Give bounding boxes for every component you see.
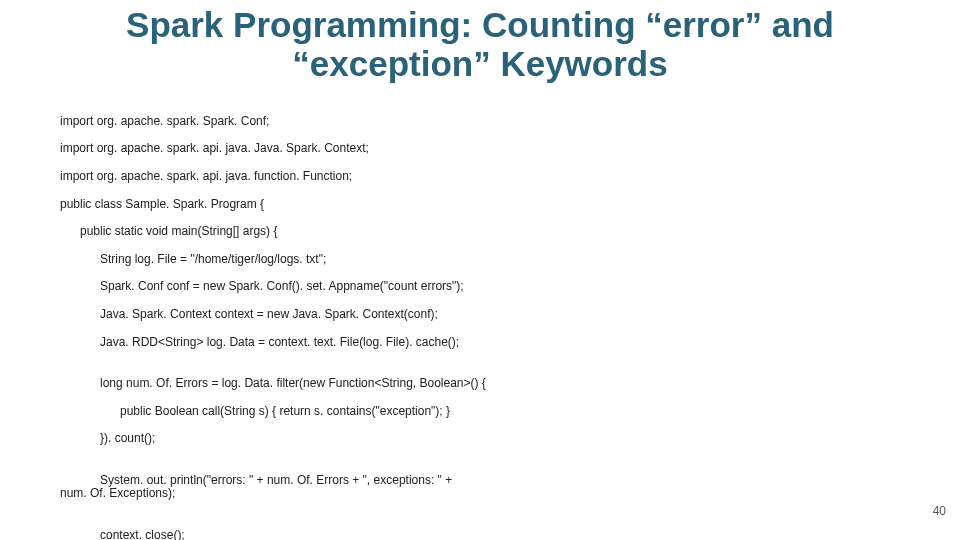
code-line: Java. RDD<String> log. Data = context. t… <box>60 335 459 349</box>
code-line: public static void main(String[] args) { <box>60 224 277 238</box>
code-line: import org. apache. spark. api. java. Ja… <box>60 141 369 155</box>
code-line: Spark. Conf conf = new Spark. Conf(). se… <box>60 279 464 293</box>
slide: Spark Programming: Counting “error” and … <box>0 0 960 540</box>
page-number: 40 <box>933 504 946 518</box>
code-line: import org. apache. spark. api. java. fu… <box>60 169 352 183</box>
code-line: public class Sample. Spark. Program { <box>60 197 264 211</box>
code-line: }). count(); <box>60 431 155 445</box>
code-block: import org. apache. spark. Spark. Conf; … <box>60 101 900 540</box>
code-line: System. out. println("errors: " + num. O… <box>60 473 452 501</box>
code-line: long num. Of. Errors = log. Data. filter… <box>60 376 486 390</box>
code-line: import org. apache. spark. Spark. Conf; <box>60 114 269 128</box>
code-line: Java. Spark. Context context = new Java.… <box>60 307 438 321</box>
code-line: public Boolean call(String s) { return s… <box>60 404 450 418</box>
code-line: String log. File = "/home/tiger/log/logs… <box>60 252 326 266</box>
slide-title: Spark Programming: Counting “error” and … <box>60 6 900 83</box>
code-line: context. close(); <box>60 528 185 540</box>
